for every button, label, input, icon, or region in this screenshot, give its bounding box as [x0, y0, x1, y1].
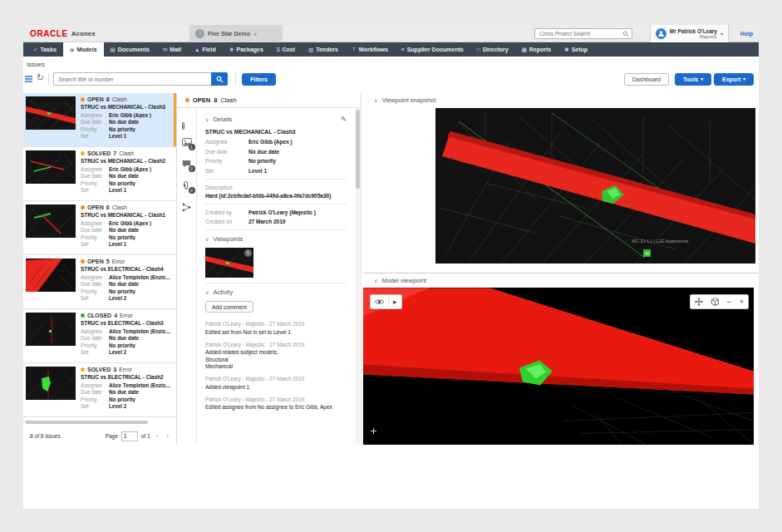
issue-thumbnail: [26, 259, 76, 292]
issue-list: OPEN 8 Clash STRUC vs MECHANICAL - Clash…: [23, 93, 177, 445]
orbit-cube-icon[interactable]: [707, 295, 723, 308]
tab-models[interactable]: ◉Models: [63, 42, 104, 57]
activity-entry: Patrick O'Leary - Majestic - 27 March 20…: [205, 397, 347, 411]
issue-search-input[interactable]: [53, 72, 211, 86]
packages-icon: ❖: [229, 47, 234, 53]
issue-list-item[interactable]: OPEN 8 Clash STRUC vs MECHANICAL - Clash…: [23, 93, 176, 147]
tab-reports[interactable]: ▦Reports: [515, 42, 558, 57]
detail-status: OPEN: [193, 96, 210, 104]
user-menu[interactable]: Mr Patrick O'Leary Majestic ▾: [650, 25, 729, 42]
search-icon[interactable]: [622, 31, 629, 37]
chevron-down-icon: ∨: [253, 31, 257, 37]
detail-due-date: No due date: [248, 149, 279, 155]
filters-button[interactable]: Filters: [242, 73, 276, 86]
mail-icon: ✉: [163, 47, 167, 53]
page-prev-icon[interactable]: ‹: [154, 432, 161, 440]
issues-menu-icon[interactable]: [25, 76, 32, 82]
chevron-down-icon: ∨: [205, 236, 209, 242]
status-text: SOLVED: [87, 150, 111, 156]
tab-supplier-documents[interactable]: ≡Supplier Documents: [395, 42, 470, 57]
activity-meta: Patrick O'Leary - Majestic - 27 March 20…: [205, 321, 347, 327]
caret-down-icon: ▾: [701, 73, 703, 86]
search-button[interactable]: [211, 72, 228, 86]
caret-down-icon: ▾: [743, 73, 745, 86]
description-label: Description: [205, 185, 347, 190]
export-button[interactable]: Export▾: [714, 73, 754, 86]
status-text: OPEN: [87, 204, 104, 210]
tab-tasks[interactable]: ✓Tasks: [27, 42, 63, 57]
issue-list-item[interactable]: SOLVED 3 Error STRUC vs ELECTRICAL - Cla…: [23, 363, 176, 417]
tools-button[interactable]: Tools▾: [675, 73, 711, 86]
issue-thumbnail: [26, 367, 76, 400]
tab-workflows[interactable]: ⊤Workflows: [345, 42, 395, 57]
info-icon[interactable]: i: [182, 116, 192, 126]
status-dot-icon: [81, 97, 85, 101]
vertical-scrollbar[interactable]: [356, 109, 360, 444]
expand-panel-icon[interactable]: ▸: [389, 295, 401, 308]
cross-project-search: [534, 28, 632, 39]
viewpoints-section-header[interactable]: ∨ Viewpoints: [205, 235, 347, 243]
cost-icon: $: [277, 47, 280, 52]
activity-text: Structural: [205, 357, 347, 362]
chevron-down-icon: ∨: [205, 116, 209, 122]
activity-text: Mechanical: [205, 363, 347, 369]
issue-title: STRUC vs MECHANICAL - Clash2: [81, 158, 174, 164]
model-viewpoint-canvas[interactable]: ▸ – +: [363, 288, 754, 445]
help-link[interactable]: Help: [740, 25, 753, 42]
pan-icon[interactable]: [691, 295, 707, 308]
dashboard-button[interactable]: Dashboard: [624, 73, 669, 86]
horizontal-scrollbar[interactable]: [25, 421, 148, 424]
visibility-eye-icon[interactable]: [371, 295, 388, 308]
issue-thumbnail: [26, 313, 76, 346]
zoom-in-icon[interactable]: +: [735, 295, 748, 308]
attachments-paperclip-icon[interactable]: 0: [182, 181, 192, 190]
status-dot-icon: [81, 313, 85, 318]
tab-directory[interactable]: ∷Directory: [470, 42, 515, 57]
issue-list-item[interactable]: OPEN 6 Clash STRUC vs MECHANICAL - Clash…: [23, 201, 176, 255]
issue-list-item[interactable]: CLOSED 4 Error STRUC vs ELECTRICAL - Cla…: [23, 309, 176, 363]
page-number-input[interactable]: [121, 431, 138, 441]
documents-icon: ▤: [111, 47, 116, 53]
viewpoint-snapshot-header[interactable]: ∨ Viewpoint snapshot: [363, 93, 759, 107]
zoom-out-icon[interactable]: –: [723, 295, 735, 308]
status-text: SOLVED: [87, 367, 111, 372]
details-section-header[interactable]: ∨ Details ✎: [205, 116, 347, 123]
issue-thumbnail: [26, 204, 76, 238]
tasks-check-icon: ✓: [33, 47, 37, 53]
tab-documents[interactable]: ▤Documents: [104, 42, 156, 57]
issue-list-item[interactable]: SOLVED 7 Clash STRUC vs MECHANICAL - Cla…: [23, 147, 176, 201]
edit-pencil-icon[interactable]: ✎: [341, 116, 347, 123]
tab-setup[interactable]: ✱Setup: [558, 42, 594, 57]
comments-icon[interactable]: 0: [182, 160, 192, 169]
viewpoint-thumbnail[interactable]: 1: [205, 248, 253, 278]
main-nav: ✓Tasks ◉Models ▤Documents ✉Mail ▲Field ❖…: [23, 42, 759, 57]
activity-text: Added related subject models;: [205, 349, 347, 355]
viewpoint-snapshot-image[interactable]: MC-Z1-L1 | L1E Apartments W: [435, 108, 755, 264]
project-selector[interactable]: ∴ Five Star Demo ∨: [189, 25, 283, 42]
model-viewpoint-header[interactable]: ∨ Model viewpoint: [363, 273, 759, 288]
viewpoints-icon[interactable]: 1: [182, 138, 192, 147]
page-next-icon[interactable]: ›: [164, 432, 171, 440]
refresh-icon[interactable]: ↻: [37, 72, 44, 83]
user-name: Mr Patrick O'Leary: [670, 28, 717, 34]
tab-cost[interactable]: $Cost: [270, 42, 302, 57]
related-models-icon[interactable]: [182, 203, 192, 212]
cross-project-search-input[interactable]: [538, 30, 622, 37]
issue-list-item[interactable]: OPEN 5 Error STRUC vs ELECTRICAL - Clash…: [23, 255, 176, 309]
created-by: Patrick O'Leary (Majestic ): [248, 209, 316, 215]
tab-mail[interactable]: ✉Mail: [156, 42, 188, 57]
models-icon: ◉: [70, 47, 75, 53]
issue-thumbnail: [26, 96, 76, 130]
scrollbar-thumb[interactable]: [356, 110, 360, 189]
tab-packages[interactable]: ❖Packages: [223, 42, 270, 57]
page-label: Page: [106, 433, 118, 439]
setup-gear-icon: ✱: [564, 47, 568, 53]
tab-tenders[interactable]: ▥Tenders: [302, 42, 345, 57]
add-comment-button[interactable]: Add comment: [205, 301, 253, 313]
activity-section-header[interactable]: ∨ Activity: [205, 288, 347, 296]
issue-status-line: OPEN 5 Error: [81, 259, 174, 264]
issue-status-line: SOLVED 7 Clash: [81, 150, 174, 156]
activity-text: Edited assignee from No assignee to Eric…: [205, 404, 347, 410]
tab-field[interactable]: ▲Field: [188, 42, 223, 57]
supplier-documents-icon: ≡: [401, 47, 405, 52]
